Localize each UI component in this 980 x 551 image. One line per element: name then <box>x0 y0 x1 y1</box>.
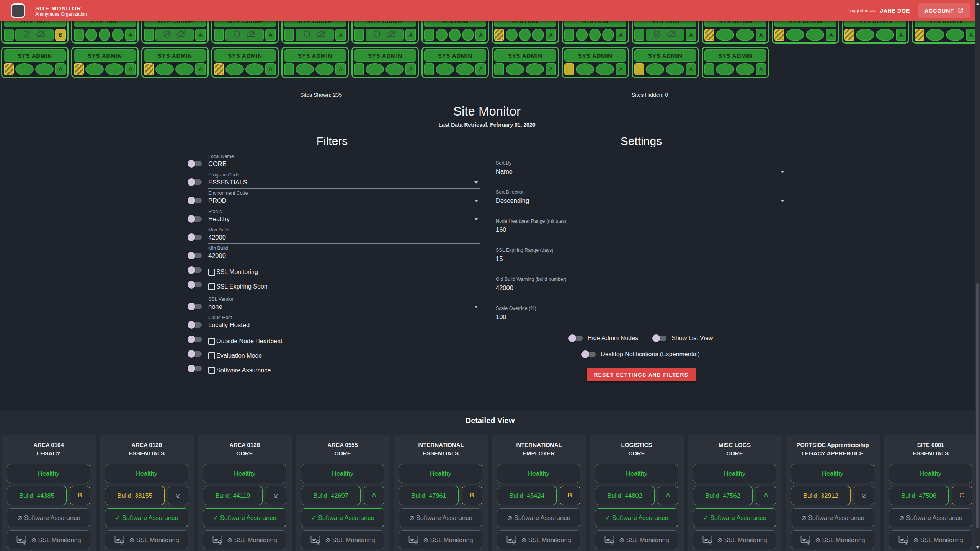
software-assurance-pill: ✓ Software Assurance <box>105 508 188 527</box>
ssl-monitoring-pill: ⊘ SSL Monitoring <box>301 530 384 549</box>
site-card-title: SYS ADMIN <box>214 49 276 62</box>
site-card[interactable]: SYS ADMINA <box>1 47 69 78</box>
checkbox-evaluation-mode[interactable] <box>208 352 215 359</box>
site-card[interactable]: SYS ADMINA <box>351 47 419 78</box>
detail-card[interactable]: AREA 0104LEGACYHealthyBuild: 44385B⊘ Sof… <box>2 435 96 551</box>
software-assurance-pill: ⊘ Software Assurance <box>7 508 90 527</box>
site-card-status-chips: A <box>354 63 416 75</box>
filter-toggle-max-build[interactable] <box>189 235 202 240</box>
field-label: Sort Direction <box>496 189 787 195</box>
filter-field-min-build[interactable]: Min Build42000 <box>208 246 480 262</box>
filter-toggle-local-name[interactable] <box>189 161 202 166</box>
detail-card[interactable]: LOGISTICSCOREHealthyBuild: 44802A✓ Softw… <box>590 435 684 551</box>
checkbox-ssl-monitoring[interactable] <box>208 269 215 276</box>
node-status-oval <box>456 63 474 75</box>
toggle-knob-icon <box>188 336 195 343</box>
status-chip <box>354 63 364 75</box>
filter-toggle-evaluation-mode[interactable] <box>189 351 202 357</box>
certificate-icon <box>702 535 713 545</box>
setting-toggle-show-list-view[interactable] <box>653 336 666 341</box>
site-card[interactable]: SYS ADMINA <box>492 47 559 78</box>
setting-toggle-hide-admin-nodes[interactable] <box>570 336 583 341</box>
site-card[interactable]: SYS ADMINA <box>281 47 349 78</box>
reset-settings-button[interactable]: RESET SETTINGS AND FILTERS <box>587 368 696 381</box>
site-card[interactable]: SYS ADMINA <box>141 47 209 78</box>
controls-panel: Filters Local NameCOREProgram CodeESSENT… <box>184 135 789 381</box>
filter-toggle-environment-code[interactable] <box>189 198 202 203</box>
node-status-oval <box>876 29 894 41</box>
filter-toggle-ssl-monitoring[interactable] <box>189 267 202 273</box>
site-card-status-chips: A <box>354 29 416 41</box>
node-status-oval <box>245 63 264 75</box>
toggle-knob-icon <box>188 321 195 329</box>
setting-toggle-desktop-notifications-experimental-[interactable] <box>583 352 596 357</box>
checkbox-ssl-expiring-soon[interactable] <box>208 283 215 290</box>
shield-off-icon <box>23 30 31 40</box>
site-card[interactable]: SYS ADMINA <box>211 47 279 78</box>
filters-heading: Filters <box>184 135 480 148</box>
scrollbar-thumb[interactable] <box>976 283 979 528</box>
site-card[interactable]: SYS ADMINA <box>632 47 699 78</box>
filter-toggle-min-build[interactable] <box>189 253 202 258</box>
site-card[interactable]: SYS ADMINA <box>71 47 139 78</box>
site-card[interactable]: SYS ADMINA <box>702 47 769 78</box>
checkbox-software-assurance[interactable] <box>208 367 215 374</box>
scrollbar-down-arrow-icon[interactable] <box>976 546 979 549</box>
node-status-oval <box>436 63 454 75</box>
node-status-oval <box>175 63 194 75</box>
site-card[interactable]: SYS ADMINA <box>421 47 489 78</box>
filter-toggle-outside-node-heartbeat[interactable] <box>189 337 202 342</box>
shield-icon <box>233 30 241 40</box>
filter-field-environment-code[interactable]: Environment CodePROD <box>208 191 480 207</box>
filter-field-local-name[interactable]: Local NameCORE <box>208 154 480 170</box>
certificate-icon <box>16 535 27 545</box>
filter-toggle-cloud-host[interactable] <box>189 322 202 328</box>
ssl-monitoring-pill: ⊘ SSL Monitoring <box>693 530 776 549</box>
filter-field-cloud-host[interactable]: Cloud HostLocally Hosted <box>208 315 480 331</box>
setting-field-scale-override-[interactable]: Scale Override (%)100 <box>496 306 787 323</box>
detail-card[interactable]: PORTSIDE ApprenticeshipLEGACY APPRENTICE… <box>786 435 880 551</box>
detail-card[interactable]: MISC LOGSCOREHealthyBuild: 47562A✓ Softw… <box>688 435 782 551</box>
field-value: 100 <box>496 313 787 321</box>
filter-field-program-code[interactable]: Program CodeESSENTIALS <box>208 172 480 189</box>
setting-field-node-heartbeat-range-minutes-[interactable]: Node Heartbeat Range (minutes)160 <box>496 218 787 236</box>
status-chip <box>494 63 504 75</box>
setting-field-old-build-warning-build-number-[interactable]: Old Build Warning (build number)42000 <box>496 277 787 294</box>
filter-toggle-software-assurance[interactable] <box>189 366 202 371</box>
filter-toggle-program-code[interactable] <box>189 179 202 185</box>
account-button[interactable]: ACCOUNT <box>918 3 970 18</box>
scrollbar-up-arrow-icon[interactable] <box>976 2 979 5</box>
detail-card[interactable]: INTERNATIONALEMPLOYERHealthyBuild: 45424… <box>492 435 586 551</box>
field-value: none <box>208 303 480 310</box>
toggle-knob-icon <box>188 303 195 310</box>
detail-card[interactable]: INTERNATIONALESSENTIALSHealthyBuild: 479… <box>394 435 488 551</box>
field-value: PROD <box>208 197 480 204</box>
site-card-status-chips: A <box>214 63 276 75</box>
field-value: CORE <box>208 160 480 168</box>
grade-badge-pill: A <box>364 486 384 505</box>
app-subtitle: Anonymous Organization <box>35 11 87 17</box>
node-status-oval <box>716 63 734 75</box>
detail-card[interactable]: AREA 0128ESSENTIALSHealthyBuild: 38155⊘✓… <box>100 435 194 551</box>
filter-field-max-build[interactable]: Max Build42000 <box>208 227 480 244</box>
filter-field-ssl-version[interactable]: SSL Versionnone <box>208 297 480 313</box>
setting-field-sort-by[interactable]: Sort ByName <box>496 160 787 178</box>
cloud-off-icon <box>316 30 327 40</box>
filter-field-status[interactable]: StatusHealthy <box>208 209 480 225</box>
detail-card[interactable]: SITE 0001ESSENTIALSHealthyBuild: 47506C⊘… <box>884 435 978 551</box>
filter-toggle-ssl-version[interactable] <box>189 304 202 309</box>
setting-field-sort-direction[interactable]: Sort DirectionDescending <box>496 189 787 207</box>
filter-toggle-ssl-expiring-soon[interactable] <box>189 282 202 287</box>
detail-card[interactable]: AREA 0128COREHealthyBuild: 44119⊘✓ Softw… <box>198 435 292 551</box>
grade-badge: A <box>475 63 486 75</box>
grade-badge: B <box>55 29 66 41</box>
warning-hatched-chip <box>844 29 854 41</box>
node-status-oval <box>736 29 754 41</box>
checkbox-outside-node-heartbeat[interactable] <box>208 338 215 345</box>
vertical-scrollbar[interactable] <box>975 0 980 551</box>
detail-card[interactable]: AREA 0555COREHealthyBuild: 42697A✓ Softw… <box>296 435 390 551</box>
site-card[interactable]: SYS ADMINA <box>562 47 629 78</box>
site-card-status-chips: A <box>704 63 766 75</box>
filter-toggle-status[interactable] <box>189 216 202 222</box>
setting-field-ssl-expiring-range-days-[interactable]: SSL Expiring Range (days)15 <box>496 248 787 265</box>
